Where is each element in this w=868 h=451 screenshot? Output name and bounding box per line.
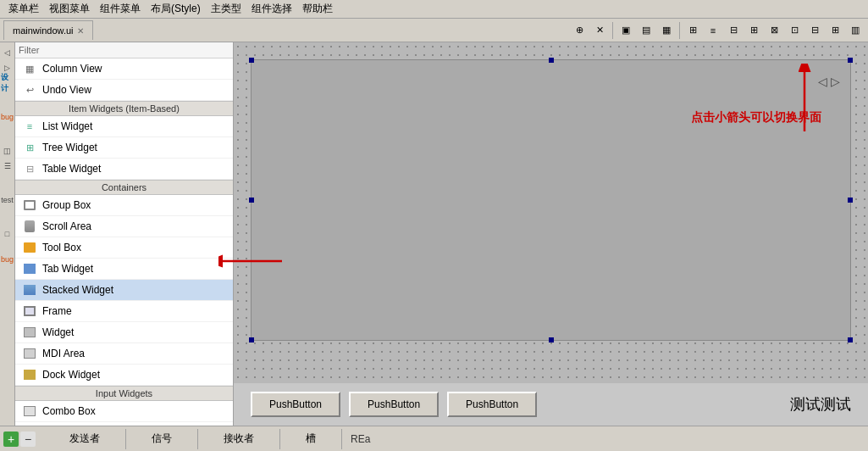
canvas-bottom-bar: PushButton PushButton PushButton 测试测试 [234, 383, 868, 426]
scroll-area-icon [22, 219, 37, 234]
toolbar-btn-12[interactable]: ⊟ [805, 21, 824, 40]
side-icon-3[interactable]: ◫ [1, 144, 14, 158]
menu-bar: 菜单栏 视图菜单 组件菜单 布局(Style) 主类型 组件选择 帮助栏 [0, 0, 868, 19]
canvas-area: ◁ ▷ 点击小箭头可以切换界面 PushButton [234, 42, 868, 426]
widget-item-widget[interactable]: Widget [15, 322, 233, 343]
signal-columns: 发送者 信号 接收者 槽 [44, 429, 342, 449]
test-text: 测试测试 [790, 394, 851, 415]
handle-mr[interactable] [848, 198, 853, 203]
menu-item-2[interactable]: 视图菜单 [44, 0, 95, 18]
col-signal: 信号 [126, 429, 198, 449]
widget-item-dock-widget[interactable]: Dock Widget [15, 365, 233, 386]
handle-ml[interactable] [249, 198, 254, 203]
tool-box-icon [22, 240, 37, 255]
toolbar-btn-14[interactable]: ▥ [846, 21, 865, 40]
toolbar-btn-4[interactable]: ▤ [637, 21, 655, 40]
side-icon-4[interactable]: ☰ [1, 159, 14, 173]
tab-close-icon[interactable]: ✕ [77, 26, 84, 36]
menu-item-7[interactable]: 帮助栏 [297, 0, 338, 18]
tab-mainwindow[interactable]: mainwindow.ui ✕ [3, 20, 93, 40]
tree-widget-icon: ⊞ [22, 140, 37, 155]
group-box-icon [22, 198, 37, 213]
col-receiver: 接收者 [198, 429, 280, 449]
widget-item-combo-box[interactable]: Combo Box [15, 401, 233, 422]
annotation-container: 点击小箭头可以切换界面 [673, 64, 826, 142]
annotation-text: 点击小箭头可以切换界面 [691, 110, 821, 125]
handle-bm[interactable] [549, 337, 554, 342]
side-icon-bar: ◁ ▷ 设计 bug ◫ ☰ test □ bug [0, 42, 15, 426]
menu-item-1[interactable]: 菜单栏 [3, 0, 44, 18]
toolbar-sep-1 [612, 22, 613, 39]
toolbar-btn-10[interactable]: ⊠ [765, 21, 783, 40]
toolbar-btn-5[interactable]: ▦ [657, 21, 676, 40]
widget-item-mdi-area[interactable]: MDI Area [15, 343, 233, 365]
section-header-input-widgets: Input Widgets [15, 386, 233, 401]
widget-item-table-widget[interactable]: ⊟ Table Widget [15, 159, 233, 180]
toolbar-btn-6[interactable]: ⊞ [683, 21, 702, 40]
bottom-status-bar: + − 发送者 信号 接收者 槽 REa [0, 426, 868, 451]
widget-panel: Filter ▦ Column View ↩ Undo View Item Wi… [15, 42, 234, 426]
mdi-area-icon [22, 346, 37, 361]
widget-item-stacked-widget[interactable]: Stacked Widget [15, 280, 233, 301]
filter-bar: Filter [15, 42, 233, 58]
column-view-icon: ▦ [22, 61, 37, 76]
widget-item-group-box[interactable]: Group Box [15, 195, 233, 216]
menu-item-3[interactable]: 组件菜单 [95, 0, 146, 18]
side-icon-design[interactable]: 设计 [1, 76, 14, 90]
table-widget-icon: ⊟ [22, 161, 37, 176]
side-icon-5[interactable]: □ [1, 227, 14, 241]
widget-item-font-combo-box[interactable]: A Font Combo Box [15, 422, 233, 426]
main-area: ◁ ▷ 设计 bug ◫ ☰ test □ bug Filter ▦ Colum… [0, 42, 868, 426]
toolbar-btn-3[interactable]: ▣ [616, 21, 635, 40]
widget-icon [22, 325, 37, 340]
widget-item-list-widget[interactable]: ≡ List Widget [15, 116, 233, 137]
handle-tl[interactable] [249, 58, 254, 63]
push-button-3[interactable]: PushButton [447, 392, 537, 417]
toolbar-btn-13[interactable]: ⊞ [826, 21, 844, 40]
handle-tr[interactable] [848, 58, 853, 63]
frame-icon [22, 303, 37, 319]
col-slot: 槽 [280, 429, 342, 449]
menu-item-5[interactable]: 主类型 [206, 0, 246, 18]
toolbar-btn-1[interactable]: ⊕ [570, 21, 589, 40]
widget-item-tab-widget[interactable]: Tab Widget [15, 259, 233, 280]
widget-item-tree-widget[interactable]: ⊞ Tree Widget [15, 137, 233, 159]
widget-item-frame[interactable]: Frame [15, 301, 233, 322]
extra-text: REa [342, 432, 379, 447]
push-button-1[interactable]: PushButton [251, 392, 340, 417]
side-icon-bug[interactable]: bug [1, 110, 14, 124]
handle-br[interactable] [848, 337, 853, 342]
add-signal-button[interactable]: + [3, 432, 19, 447]
section-header-item-widgets: Item Widgets (Item-Based) [15, 101, 233, 116]
widget-item-undo-view[interactable]: ↩ Undo View [15, 80, 233, 101]
next-arrow-icon[interactable]: ▷ [831, 75, 840, 88]
col-sender: 发送者 [44, 429, 126, 449]
widget-item-tool-box[interactable]: Tool Box [15, 237, 233, 259]
handle-tm[interactable] [549, 58, 554, 63]
toolbar-btn-2[interactable]: ✕ [590, 21, 609, 40]
font-combo-box-icon: A [22, 425, 37, 426]
push-button-2[interactable]: PushButton [349, 392, 439, 417]
menu-item-6[interactable]: 组件选择 [246, 0, 297, 18]
undo-view-icon: ↩ [22, 82, 37, 97]
section-header-containers: Containers [15, 180, 233, 195]
toolbar: mainwindow.ui ✕ ⊕ ✕ ▣ ▤ ▦ ⊞ ≡ ⊟ ⊞ ⊠ ⊡ ⊟ … [0, 19, 868, 42]
widget-item-column-view[interactable]: ▦ Column View [15, 58, 233, 80]
toolbar-actions: ⊕ ✕ ▣ ▤ ▦ ⊞ ≡ ⊟ ⊞ ⊠ ⊡ ⊟ ⊞ ▥ [570, 21, 865, 40]
menu-item-4[interactable]: 布局(Style) [146, 0, 206, 18]
widget-item-scroll-area[interactable]: Scroll Area [15, 216, 233, 237]
minus-signal-button[interactable]: − [20, 432, 36, 447]
toolbar-btn-8[interactable]: ⊟ [724, 21, 743, 40]
canvas-dotted-bg: ◁ ▷ 点击小箭头可以切换界面 [234, 42, 868, 392]
list-widget-icon: ≡ [22, 119, 37, 134]
side-icon-test[interactable]: test [1, 193, 14, 207]
stacked-widget-icon [22, 282, 37, 298]
toolbar-sep-2 [679, 22, 680, 39]
handle-bl[interactable] [249, 337, 254, 342]
tab-widget-icon [22, 261, 37, 276]
toolbar-btn-7[interactable]: ≡ [704, 21, 722, 40]
side-icon-1[interactable]: ◁ [1, 46, 14, 59]
toolbar-btn-9[interactable]: ⊞ [744, 21, 763, 40]
side-icon-bug2[interactable]: bug [1, 253, 14, 266]
toolbar-btn-11[interactable]: ⊡ [785, 21, 804, 40]
